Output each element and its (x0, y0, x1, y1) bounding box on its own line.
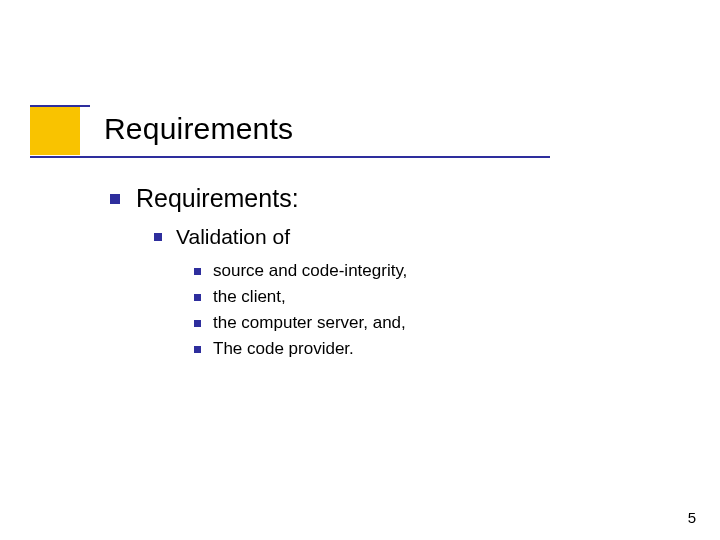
bullet-level3-text: The code provider. (213, 339, 354, 359)
slide-body: Requirements: Validation of source and c… (110, 184, 670, 365)
title-rule-bottom (30, 156, 550, 158)
square-bullet-icon (194, 320, 201, 327)
square-bullet-icon (194, 268, 201, 275)
bullet-level1-text: Requirements: (136, 184, 299, 213)
slide-title: Requirements (104, 112, 293, 146)
slide: Requirements Requirements: Validation of… (0, 0, 720, 540)
level2-container: Validation of source and code-integrity,… (154, 225, 670, 359)
title-rule-top (30, 105, 90, 107)
bullet-level3: source and code-integrity, (194, 261, 670, 281)
square-bullet-icon (194, 346, 201, 353)
bullet-level3-text: the computer server, and, (213, 313, 406, 333)
square-bullet-icon (194, 294, 201, 301)
bullet-level2-text: Validation of (176, 225, 290, 249)
bullet-level3: the client, (194, 287, 670, 307)
square-bullet-icon (154, 233, 162, 241)
square-bullet-icon (110, 194, 120, 204)
bullet-level1: Requirements: (110, 184, 670, 213)
accent-square (30, 105, 80, 155)
bullet-level3-text: source and code-integrity, (213, 261, 407, 281)
page-number: 5 (688, 509, 696, 526)
bullet-level3: the computer server, and, (194, 313, 670, 333)
level3-container: source and code-integrity, the client, t… (194, 261, 670, 359)
bullet-level3: The code provider. (194, 339, 670, 359)
bullet-level3-text: the client, (213, 287, 286, 307)
bullet-level2: Validation of (154, 225, 670, 249)
